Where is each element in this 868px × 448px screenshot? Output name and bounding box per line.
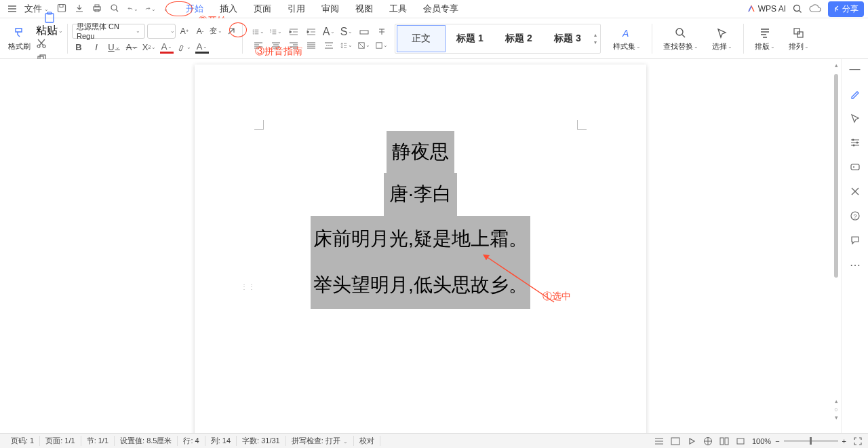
status-page[interactable]: 页面: 1/1 bbox=[40, 436, 81, 446]
page[interactable]: ⋮⋮ 静夜思 唐·李白 床前明月光,疑是地上霜。 举头望明月,低头思故乡。 bbox=[195, 64, 646, 433]
align-right-icon[interactable] bbox=[288, 40, 300, 51]
scroll-up-icon[interactable]: ▴ bbox=[833, 62, 840, 69]
globe-icon[interactable] bbox=[703, 436, 713, 446]
cloud-sync-icon[interactable] bbox=[809, 3, 821, 15]
scroll-thumb[interactable] bbox=[834, 74, 838, 278]
cursor-tool-icon[interactable] bbox=[849, 112, 861, 124]
selected-body[interactable]: 床前明月光,疑是地上霜。 举头望明月,低头思故乡。 bbox=[311, 216, 530, 309]
tab-tools[interactable]: 工具 bbox=[381, 0, 415, 18]
zoom-out-button[interactable]: − bbox=[775, 437, 779, 445]
export-icon[interactable] bbox=[75, 3, 85, 14]
distribute-icon[interactable] bbox=[323, 40, 335, 51]
zoom-value[interactable]: 100% bbox=[752, 437, 771, 445]
help-icon[interactable]: ? bbox=[849, 210, 861, 222]
undo-icon[interactable]: ⌄ bbox=[127, 3, 138, 14]
more-tools-icon[interactable]: ⋯ bbox=[849, 259, 861, 271]
highlight-button[interactable]: ⌄ bbox=[178, 41, 191, 54]
para-shading-icon[interactable]: ⌄ bbox=[358, 40, 370, 51]
wps-ai-button[interactable]: WPS AI bbox=[747, 4, 786, 14]
style-set-button[interactable]: A 样式集⌄ bbox=[606, 26, 648, 52]
bullet-list-icon[interactable]: ⌄ bbox=[252, 26, 264, 37]
status-col[interactable]: 列: 14 bbox=[205, 436, 237, 446]
decrease-indent-icon[interactable] bbox=[288, 26, 300, 37]
tab-review[interactable]: 审阅 bbox=[313, 0, 347, 18]
settings-tool-icon[interactable] bbox=[849, 136, 861, 149]
font-size-select[interactable]: ⌄ bbox=[147, 24, 176, 39]
clear-format-icon[interactable] bbox=[224, 24, 238, 38]
doc-title[interactable]: 静夜思 bbox=[387, 131, 454, 173]
status-section[interactable]: 节: 1/1 bbox=[81, 436, 115, 446]
cut-icon[interactable] bbox=[36, 38, 63, 49]
underline-button[interactable]: U⌄ bbox=[107, 41, 121, 54]
tab-page[interactable]: 页面 bbox=[245, 0, 279, 18]
style-heading3[interactable]: 标题 3 bbox=[543, 25, 592, 52]
decrease-font-icon[interactable]: A- bbox=[193, 24, 207, 38]
arrange-button[interactable]: 排列⌄ bbox=[782, 26, 816, 52]
scroll-section-down-icon[interactable]: ▾ bbox=[833, 414, 840, 421]
status-page-no[interactable]: 页码: 1 bbox=[5, 436, 40, 446]
minimize-icon[interactable]: — bbox=[849, 63, 861, 75]
redo-icon[interactable]: ⌄ bbox=[145, 3, 156, 14]
qat-more-icon[interactable]: ⌄ bbox=[163, 6, 168, 12]
scroll-page-icon[interactable]: ○ bbox=[833, 406, 840, 413]
style-heading2[interactable]: 标题 2 bbox=[494, 25, 543, 52]
status-proofread[interactable]: 校对 bbox=[354, 436, 380, 446]
styles-scroll[interactable]: ▴▾ bbox=[592, 32, 599, 45]
view-mode4-icon[interactable] bbox=[736, 436, 745, 446]
selection-handle-icon[interactable]: ⋮⋮ bbox=[241, 283, 256, 291]
comment-tool-icon[interactable] bbox=[849, 234, 861, 246]
borders-icon[interactable]: ⌄ bbox=[376, 40, 388, 51]
print-icon[interactable] bbox=[92, 3, 103, 14]
status-words[interactable]: 字数: 31/31 bbox=[237, 436, 286, 446]
tab-insert[interactable]: 插入 bbox=[212, 0, 245, 18]
shape-tool-icon[interactable] bbox=[849, 161, 861, 173]
zoom-in-button[interactable]: + bbox=[842, 437, 846, 445]
preview-icon[interactable] bbox=[110, 3, 121, 14]
view-mode1-icon[interactable] bbox=[654, 436, 664, 446]
hamburger-icon[interactable] bbox=[4, 1, 20, 17]
view-mode2-icon[interactable] bbox=[671, 436, 680, 446]
vertical-scrollbar[interactable]: ▴ ▴ ○ ▾ bbox=[831, 64, 841, 421]
layout-button[interactable]: 排版⌄ bbox=[748, 26, 782, 52]
increase-font-icon[interactable]: A+ bbox=[178, 24, 191, 38]
font-color-button[interactable]: A⌄ bbox=[160, 41, 174, 54]
share-button[interactable]: 分享 bbox=[828, 1, 864, 17]
text-effects-icon[interactable]: A⌄ bbox=[323, 26, 335, 37]
shading-button[interactable]: A⌄ bbox=[195, 41, 209, 54]
ruler-icon[interactable] bbox=[358, 26, 370, 37]
tab-member[interactable]: 会员专享 bbox=[415, 0, 467, 18]
play-icon[interactable] bbox=[687, 436, 696, 446]
status-row[interactable]: 行: 4 bbox=[178, 436, 205, 446]
search-icon[interactable] bbox=[793, 4, 802, 14]
tab-home[interactable]: 开始 bbox=[178, 0, 212, 18]
format-painter-button[interactable]: 格式刷 bbox=[5, 25, 33, 52]
bold-button[interactable]: B bbox=[72, 41, 85, 54]
text-direction-icon[interactable] bbox=[376, 26, 388, 37]
italic-button[interactable]: I bbox=[90, 41, 103, 54]
strikethrough-button[interactable]: A⌄ bbox=[125, 41, 138, 54]
number-list-icon[interactable]: 12⌄ bbox=[270, 26, 282, 37]
superscript-button[interactable]: X2⌄ bbox=[142, 41, 156, 54]
status-spellcheck[interactable]: 拼写检查: 打开 ⌄ bbox=[286, 436, 354, 446]
tab-view[interactable]: 视图 bbox=[347, 0, 381, 18]
find-replace-button[interactable]: 查找替换⌄ bbox=[656, 26, 705, 52]
align-center-icon[interactable] bbox=[270, 40, 282, 51]
font-family-select[interactable]: 思源黑体 CN Regu⌄ bbox=[72, 24, 145, 39]
zoom-slider[interactable] bbox=[784, 440, 838, 442]
strike-format-icon[interactable]: S⌄ bbox=[340, 26, 353, 37]
increase-indent-icon[interactable] bbox=[305, 26, 317, 37]
style-heading1[interactable]: 标题 1 bbox=[446, 25, 494, 52]
pinyin-guide-button[interactable]: 变⌄ bbox=[209, 24, 222, 38]
fullscreen-icon[interactable] bbox=[853, 436, 863, 446]
edit-tool-icon[interactable] bbox=[849, 88, 861, 100]
widget-tool-icon[interactable] bbox=[849, 185, 861, 198]
scroll-section-up-icon[interactable]: ▴ bbox=[833, 398, 840, 405]
align-justify-icon[interactable] bbox=[305, 40, 317, 51]
line-spacing-icon[interactable]: ⌄ bbox=[340, 40, 353, 51]
select-button[interactable]: 选择⌄ bbox=[705, 26, 739, 52]
paste-button[interactable]: 粘贴⌄ bbox=[36, 12, 63, 38]
status-position[interactable]: 设置值: 8.5厘米 bbox=[115, 436, 178, 446]
view-mode3-icon[interactable] bbox=[719, 436, 729, 446]
tab-reference[interactable]: 引用 bbox=[279, 0, 313, 18]
doc-author[interactable]: 唐·李白 bbox=[384, 173, 457, 215]
